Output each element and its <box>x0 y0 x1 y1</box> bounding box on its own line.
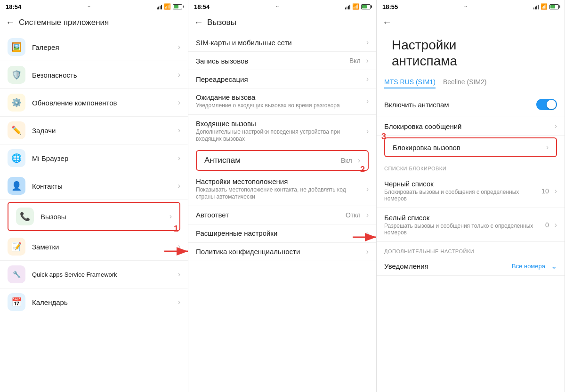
whitelist-sublabel: Разрешать вызовы и сообщения только с оп… <box>384 223 545 236</box>
record-label: Запись вызовов <box>196 57 349 65</box>
calls-label: Вызовы <box>40 213 166 221</box>
notifications-value: Все номера <box>512 263 545 270</box>
sim1-tab[interactable]: MTS RUS (SIM1) <box>384 78 436 88</box>
list-item-block-messages[interactable]: Блокировка сообщений › <box>377 117 565 136</box>
antispam-toggle[interactable] <box>536 99 557 110</box>
back-button-2[interactable]: ← <box>194 17 203 28</box>
list-item-privacy[interactable]: Политика конфиденциальности › <box>188 243 376 261</box>
list-item-notes[interactable]: 📝 Заметки › <box>0 233 188 261</box>
contacts-label: Контакты <box>32 182 174 190</box>
calls-settings-list: SIM-карты и мобильные сети › Запись вызо… <box>188 33 376 392</box>
browser-label: Mi Браузер <box>32 154 174 162</box>
list-item-blacklist[interactable]: Черный список Блокировать вызовы и сообщ… <box>377 174 565 208</box>
list-item-browser[interactable]: 🌐 Mi Браузер › <box>0 144 188 172</box>
list-item-waiting[interactable]: Ожидание вызова Уведомление о входящих в… <box>188 88 376 115</box>
list-item-block-calls[interactable]: Блокировка вызовов › <box>384 137 557 157</box>
dots-2: ·· <box>276 4 279 9</box>
list-item-notifications[interactable]: Уведомления Все номера ⌄ <box>377 257 565 276</box>
list-item-advanced[interactable]: Расширенные настройки › <box>188 224 376 243</box>
quickapps-chevron: › <box>178 270 180 279</box>
list-item-autoreply[interactable]: Автоответ Откл › <box>188 206 376 224</box>
calendar-chevron: › <box>178 298 180 306</box>
privacy-chevron: › <box>366 248 369 256</box>
contacts-icon: 👤 <box>8 177 25 195</box>
list-item-record[interactable]: Запись вызовов Вкл › <box>188 52 376 70</box>
incoming-sublabel: Дополнительные настройки поведения устро… <box>196 128 363 143</box>
list-item-security[interactable]: 🛡️ Безопасность › <box>0 61 188 89</box>
antispam-value: Вкл <box>341 157 352 164</box>
blacklist-label: Черный список <box>384 180 541 188</box>
panel-system-apps: 18:54 ·· 📶 ← Системные приложения 🖼️ Гал… <box>0 0 188 392</box>
status-bar-1: 18:54 ·· 📶 <box>0 0 188 13</box>
sim2-tab[interactable]: Beeline (SIM2) <box>443 78 487 88</box>
tasks-label: Задачи <box>32 127 174 135</box>
enable-antispam-row[interactable]: Включить антиспам <box>377 92 565 117</box>
section-block-lists: СПИСКИ БЛОКИРОВКИ <box>377 159 565 174</box>
back-button-3[interactable]: ← <box>382 17 392 28</box>
list-item-incoming[interactable]: Входящие вызовы Дополнительные настройки… <box>188 115 376 148</box>
annotation-3: 3 <box>381 132 386 142</box>
tasks-chevron: › <box>178 126 180 135</box>
list-item-quickapps[interactable]: 🔧 Quick apps Service Framework › <box>0 261 188 288</box>
dots-3: ·· <box>464 4 467 9</box>
dots-1: ·· <box>88 4 90 9</box>
battery-icon-1 <box>173 4 182 9</box>
gallery-label: Галерея <box>32 43 174 51</box>
list-item-whitelist[interactable]: Белый список Разрешать вызовы и сообщени… <box>377 208 565 242</box>
section-additional: ДОПОЛНИТЕЛЬНЫЕ НАСТРОЙКИ <box>377 242 565 257</box>
blacklist-count: 10 <box>541 187 549 195</box>
security-label: Безопасность <box>32 71 174 79</box>
quickapps-label: Quick apps Service Framework <box>32 271 174 278</box>
notes-icon: 📝 <box>8 238 25 256</box>
incoming-chevron: › <box>366 127 369 136</box>
browser-icon: 🌐 <box>8 149 25 167</box>
time-1: 18:54 <box>6 3 21 10</box>
status-bar-2: 18:54 ·· 📶 <box>188 0 376 13</box>
back-button-1[interactable]: ← <box>6 17 15 28</box>
list-item-tasks[interactable]: ✏️ Задачи › <box>0 117 188 144</box>
list-item-updates[interactable]: ⚙️ Обновление компонентов › <box>0 89 188 117</box>
sim-label: SIM-карты и мобильные сети <box>196 39 363 47</box>
battery-icon-2 <box>361 4 371 9</box>
security-icon: 🛡️ <box>8 66 25 84</box>
sim-tabs: MTS RUS (SIM1) Beeline (SIM2) <box>377 74 565 92</box>
system-apps-list: 🖼️ Галерея › 🛡️ Безопасность › ⚙️ Обновл… <box>0 33 188 392</box>
waiting-sublabel: Уведомление о входящих вызовах во время … <box>196 102 363 110</box>
antispam-content: Настройки антиспама MTS RUS (SIM1) Beeli… <box>377 33 565 392</box>
location-sublabel: Показывать местоположение контакта, не д… <box>196 186 363 201</box>
wifi-icon-1: 📶 <box>164 3 171 10</box>
advanced-label: Расширенные настройки <box>196 229 363 237</box>
enable-antispam-label: Включить антиспам <box>384 101 449 109</box>
list-item-contacts[interactable]: 👤 Контакты › <box>0 172 188 200</box>
list-item-sim[interactable]: SIM-карты и мобильные сети › <box>188 33 376 52</box>
quickapps-icon: 🔧 <box>8 265 25 283</box>
advanced-chevron: › <box>366 229 369 238</box>
calls-icon: 📞 <box>16 208 34 225</box>
header-3: ← <box>377 13 565 33</box>
list-item-calendar[interactable]: 📅 Календарь › <box>0 288 188 316</box>
calendar-label: Календарь <box>32 298 174 306</box>
signal-icon-2 <box>345 4 350 9</box>
panel-calls: 18:54 ·· 📶 ← Вызовы SIM-карты и мобильны… <box>188 0 377 392</box>
antispam-chevron: › <box>358 156 360 165</box>
list-item-antispam[interactable]: Антиспам Вкл › <box>196 150 369 171</box>
updates-chevron: › <box>178 98 180 107</box>
list-item-location[interactable]: Настройки местоположения Показывать мест… <box>188 173 376 206</box>
block-calls-label: Блокировка вызовов <box>393 144 542 152</box>
gallery-chevron: › <box>178 43 180 51</box>
list-item-forward[interactable]: Переадресация › <box>188 70 376 88</box>
block-messages-label: Блокировка сообщений <box>384 122 551 130</box>
blacklist-sublabel: Блокировать вызовы и сообщения с определ… <box>384 189 541 202</box>
security-chevron: › <box>178 71 180 79</box>
updates-icon: ⚙️ <box>8 94 25 112</box>
list-item-calls[interactable]: 📞 Вызовы › <box>8 202 180 231</box>
list-item-gallery[interactable]: 🖼️ Галерея › <box>0 33 188 61</box>
autoreply-value: Откл <box>346 211 361 219</box>
notes-chevron: › <box>178 242 180 251</box>
annotation-2: 2 <box>360 165 365 175</box>
calendar-icon: 📅 <box>8 293 25 311</box>
forward-label: Переадресация <box>196 75 363 83</box>
gallery-icon: 🖼️ <box>8 38 25 56</box>
panel-title-1: Системные приложения <box>19 18 109 27</box>
status-icons-1: 📶 <box>157 3 182 10</box>
